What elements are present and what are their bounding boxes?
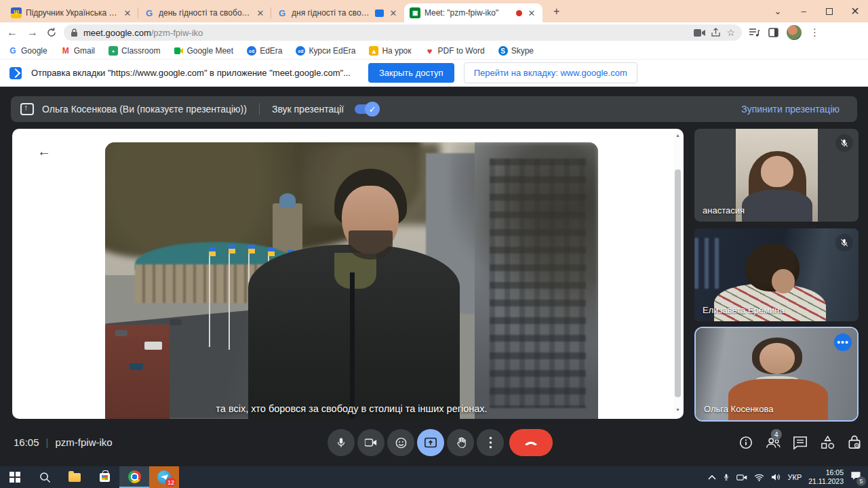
- new-tab-button[interactable]: +: [553, 5, 559, 18]
- na-urok-icon: ▲: [369, 46, 378, 56]
- bookmark-google[interactable]: GGoogle: [8, 46, 47, 56]
- bookmark-label: Gmail: [74, 46, 95, 56]
- tab-meet-active[interactable]: ▣ Meet: "pzm-fpiw-iko" ✕: [404, 3, 542, 22]
- tile-more-options-button[interactable]: •••: [834, 333, 852, 351]
- notification-count-badge: 5: [856, 476, 866, 486]
- video-subtitle: та всіх, хто боровся за свободу в столиц…: [105, 403, 598, 414]
- language-indicator[interactable]: УКР: [787, 473, 802, 481]
- tray-expand-chevron-icon[interactable]: [708, 474, 716, 480]
- tab-close-icon[interactable]: ✕: [526, 8, 537, 18]
- bookmark-classroom[interactable]: ▪Classroom: [108, 46, 160, 56]
- microsoft-store-button[interactable]: [90, 466, 119, 488]
- system-tray: УКР 16:05 21.11.2023 5: [708, 466, 865, 488]
- present-button-active[interactable]: [417, 429, 444, 456]
- end-call-button[interactable]: [509, 429, 553, 456]
- telegram-unread-badge: 12: [165, 478, 176, 487]
- more-options-button[interactable]: [477, 429, 504, 456]
- shared-video-player[interactable]: та всіх, хто боровся за свободу в столиц…: [105, 142, 598, 419]
- reactions-button[interactable]: [387, 429, 414, 456]
- start-button[interactable]: [0, 466, 30, 488]
- tab-share-icon: [9, 67, 22, 79]
- host-controls-button[interactable]: [846, 434, 863, 451]
- media-controls-icon[interactable]: [749, 28, 760, 37]
- bookmark-label: Classroom: [121, 46, 160, 56]
- tray-microphone-icon[interactable]: [723, 472, 730, 482]
- tab-close-icon[interactable]: ✕: [255, 8, 266, 18]
- chat-button[interactable]: [792, 434, 808, 451]
- scrollbar-thumb[interactable]: [675, 169, 681, 397]
- meet-camera-icon: [174, 46, 183, 56]
- action-center-button[interactable]: 5: [850, 471, 861, 483]
- tab-search-chevron-icon[interactable]: ⌄: [765, 0, 791, 22]
- maximize-button[interactable]: [816, 0, 842, 22]
- browser-toolbar: ← → meet.google.com/pzm-fpiw-iko ☆ ⋮: [0, 22, 868, 43]
- tray-volume-icon[interactable]: [771, 473, 781, 481]
- side-panel-icon[interactable]: [768, 28, 778, 37]
- bookmark-pdf-to-word[interactable]: ♥PDF to Word: [425, 46, 485, 56]
- browser-menu-icon[interactable]: ⋮: [810, 26, 820, 39]
- tab-capture-camera-icon[interactable]: [694, 28, 705, 37]
- bookmark-skype[interactable]: SSkype: [498, 46, 534, 56]
- back-arrow-icon[interactable]: ←: [37, 144, 51, 159]
- ukraine-trident-icon: Ψ: [11, 7, 22, 18]
- tab-search-2-sharing[interactable]: G дня гідності та свободи 20 ✕: [271, 3, 404, 22]
- tab-close-icon[interactable]: ✕: [122, 8, 133, 18]
- scroll-up-icon[interactable]: ▲: [674, 133, 682, 138]
- microphone-button[interactable]: [328, 429, 355, 456]
- tab-title: Meet: "pzm-fpiw-iko": [425, 8, 512, 18]
- raise-hand-button[interactable]: [447, 429, 474, 456]
- store-bag-icon: [100, 473, 110, 482]
- camera-button[interactable]: [357, 429, 384, 456]
- participants-button[interactable]: 4: [765, 434, 781, 451]
- meeting-details-button[interactable]: [738, 434, 754, 451]
- tab-sharing-infobar: Отправка вкладки "https://www.google.com…: [0, 60, 868, 87]
- bookmark-gmail[interactable]: MGmail: [61, 46, 95, 56]
- tab-close-icon[interactable]: ✕: [388, 8, 399, 18]
- presentation-audio-toggle[interactable]: ✓: [355, 104, 378, 114]
- presenter-label: Ольга Косенкова (Ви (показуєте презентац…: [42, 104, 247, 115]
- present-icon: [20, 103, 34, 115]
- profile-avatar[interactable]: [787, 25, 802, 40]
- gmail-m-icon: M: [61, 46, 71, 56]
- bookmark-kursy-edera[interactable]: edКурси EdEra: [296, 46, 355, 56]
- reload-button[interactable]: [46, 27, 57, 38]
- bookmarks-bar: GGoogle MGmail ▪Classroom Google Meet ed…: [0, 43, 868, 60]
- bookmark-google-meet[interactable]: Google Meet: [174, 46, 233, 56]
- back-button[interactable]: ←: [5, 26, 19, 39]
- minimize-button[interactable]: –: [791, 0, 816, 22]
- windows-taskbar: 12 УКР 16:05 21.11.2023: [0, 466, 868, 488]
- file-explorer-button[interactable]: [60, 466, 90, 488]
- browser-tab-strip: Ψ Підручник Українська мова 7 к ✕ G день…: [0, 0, 868, 22]
- bookmark-na-urok[interactable]: ▲На урок: [369, 46, 411, 56]
- google-g-icon: G: [277, 7, 288, 18]
- tray-camera-icon[interactable]: [736, 474, 747, 481]
- close-window-button[interactable]: ✕: [842, 0, 868, 22]
- recording-dot-icon: [516, 10, 522, 16]
- bookmark-edera[interactable]: edEdEra: [247, 46, 282, 56]
- participant-tile-elizaveta[interactable]: Елизавета Ерёмина: [694, 228, 859, 321]
- address-bar[interactable]: meet.google.com/pzm-fpiw-iko ☆: [64, 24, 742, 41]
- tray-wifi-icon[interactable]: [754, 474, 764, 481]
- forward-button[interactable]: →: [26, 26, 39, 39]
- taskbar-clock[interactable]: 16:05 21.11.2023: [808, 468, 844, 486]
- telegram-taskbar-button[interactable]: 12: [149, 466, 179, 488]
- edera-icon: ed: [296, 46, 305, 56]
- activities-button[interactable]: [819, 434, 835, 451]
- google-g-icon: G: [144, 7, 155, 18]
- share-icon[interactable]: [711, 28, 721, 37]
- participant-name: Елизавета Ерёмина: [703, 305, 785, 315]
- chrome-taskbar-button[interactable]: [119, 466, 149, 488]
- bookmark-label: EdEra: [260, 46, 282, 56]
- bookmark-star-icon[interactable]: ☆: [726, 27, 735, 38]
- participant-tile-self[interactable]: ••• Ольга Косенкова: [694, 327, 859, 422]
- tab-search-1[interactable]: G день гідності та свободи 2023 ✕: [138, 3, 271, 22]
- scroll-down-icon[interactable]: ▼: [674, 407, 682, 412]
- participants-count-badge: 4: [771, 429, 782, 440]
- tab-textbook[interactable]: Ψ Підручник Українська мова 7 к ✕: [5, 3, 138, 22]
- stop-presentation-button[interactable]: Зупинити презентацію: [733, 98, 848, 120]
- go-to-tab-button[interactable]: Перейти на вкладку: www.google.com: [464, 62, 637, 83]
- stop-sharing-button[interactable]: Закрыть доступ: [368, 63, 454, 83]
- taskbar-search-button[interactable]: [30, 466, 60, 488]
- participant-tile-anastasia[interactable]: анастасия: [694, 129, 859, 222]
- stage-scrollbar[interactable]: ▲ ▼: [674, 131, 682, 413]
